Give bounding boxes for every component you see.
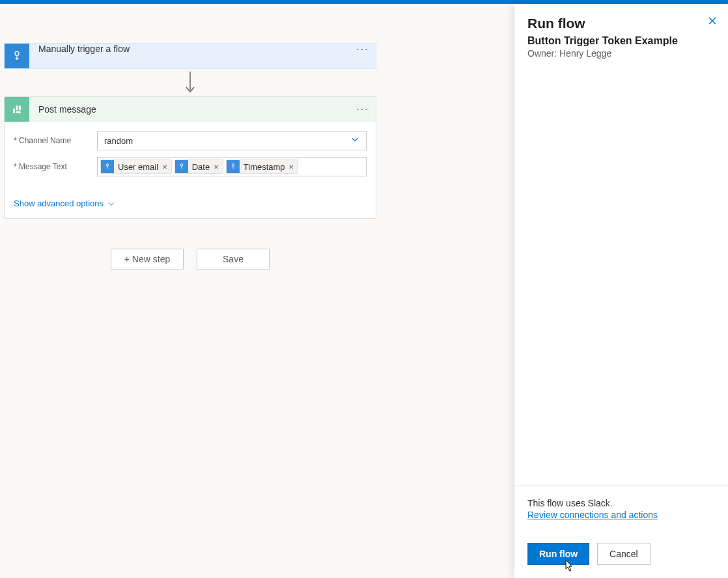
show-advanced-options-link[interactable]: Show advanced options	[14, 199, 115, 208]
token-timestamp[interactable]: Timestamp ×	[226, 159, 298, 174]
channel-row: * Channel Name random	[14, 131, 367, 150]
review-connections-link[interactable]: Review connections and actions	[527, 510, 658, 520]
channel-label: * Channel Name	[14, 131, 97, 145]
svg-rect-2	[16, 105, 18, 111]
token-label: Timestamp	[244, 162, 285, 172]
action-step-header[interactable]: Post message ···	[5, 97, 376, 122]
message-row: * Message Text User email ×	[14, 157, 367, 176]
channel-value: random	[104, 136, 350, 146]
slack-icon	[5, 97, 29, 122]
trigger-menu-button[interactable]: ···	[350, 44, 376, 68]
panel-owner: Owner: Henry Legge	[527, 48, 715, 59]
save-button[interactable]: Save	[197, 249, 270, 269]
panel-footer: This flow uses Slack. Review connections…	[514, 486, 728, 578]
chevron-down-icon	[350, 135, 359, 146]
footer-uses-text: This flow uses Slack.	[527, 498, 715, 508]
panel-body	[514, 65, 728, 486]
close-panel-button[interactable]	[707, 16, 718, 29]
token-date[interactable]: Date ×	[175, 159, 223, 174]
token-user-email[interactable]: User email ×	[100, 159, 172, 174]
trigger-icon	[5, 44, 29, 68]
panel-header: Run flow Button Trigger Token Example Ow…	[514, 4, 728, 65]
trigger-step[interactable]: Manually trigger a flow ···	[4, 43, 376, 69]
svg-rect-1	[13, 109, 15, 114]
action-menu-button[interactable]: ···	[350, 103, 376, 115]
channel-select[interactable]: random	[97, 131, 367, 150]
trigger-title: Manually trigger a flow	[29, 44, 350, 68]
token-icon	[227, 160, 240, 173]
action-body: * Channel Name random * Message Text	[5, 122, 376, 192]
token-remove-button[interactable]: ×	[162, 162, 167, 172]
connector-arrow	[4, 69, 376, 96]
chevron-down-icon	[107, 200, 115, 208]
svg-rect-3	[16, 111, 21, 113]
advanced-options-label: Show advanced options	[14, 199, 104, 208]
panel-subtitle: Button Trigger Token Example	[527, 35, 715, 47]
message-text-input[interactable]: User email × Date ×	[97, 157, 367, 176]
svg-point-6	[180, 164, 183, 167]
svg-rect-4	[19, 105, 21, 111]
new-step-button[interactable]: + New step	[111, 249, 184, 269]
advanced-options-row: Show advanced options	[5, 192, 376, 218]
message-label: * Message Text	[14, 157, 97, 171]
token-icon	[175, 160, 188, 173]
token-remove-button[interactable]: ×	[289, 162, 294, 172]
action-step: Post message ··· * Channel Name random *…	[4, 96, 376, 219]
svg-point-5	[106, 164, 109, 167]
action-title: Post message	[29, 104, 350, 115]
run-flow-button[interactable]: Run flow	[527, 543, 589, 565]
canvas-actions: + New step Save	[4, 249, 376, 269]
panel-actions: Run flow Cancel	[527, 543, 715, 565]
token-label: User email	[118, 162, 158, 172]
svg-point-7	[232, 164, 234, 167]
cancel-button[interactable]: Cancel	[597, 543, 651, 565]
flow-canvas: Manually trigger a flow ··· Post message…	[0, 4, 514, 578]
token-label: Date	[192, 162, 210, 172]
svg-point-0	[15, 51, 19, 55]
token-remove-button[interactable]: ×	[214, 162, 219, 172]
panel-title: Run flow	[527, 16, 715, 31]
token-icon	[101, 160, 114, 173]
run-flow-panel: Run flow Button Trigger Token Example Ow…	[514, 4, 728, 578]
